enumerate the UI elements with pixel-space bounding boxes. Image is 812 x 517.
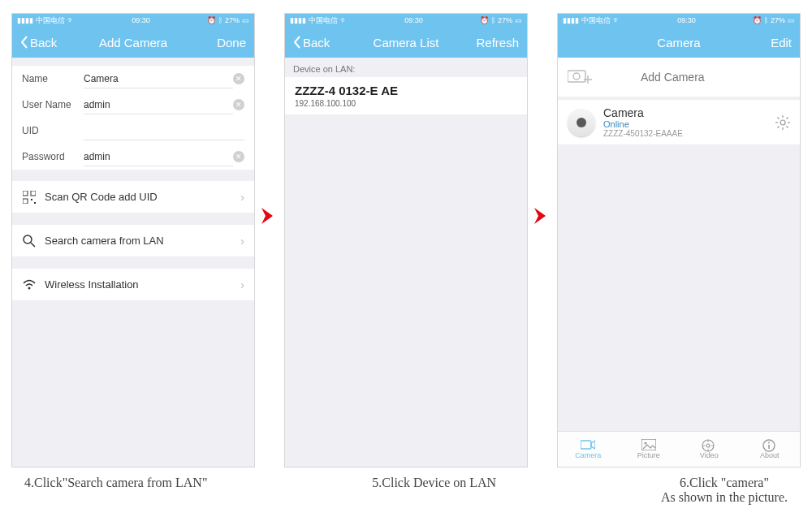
password-field: Password ✕ [12,144,254,170]
done-button[interactable]: Done [197,36,246,50]
battery-label: 27% [771,16,785,24]
clock: 09:30 [677,16,696,24]
clock: 09:30 [132,16,150,24]
picture-tab-icon [641,439,656,450]
username-label: User Name [22,99,84,110]
camera-name: Camera [603,106,683,119]
uid-label: UID [22,125,84,136]
carrier-label: 中国电信 [309,15,338,26]
screen-camera-home: ▮▮▮▮中国电信ᯤ 09:30 ⏰ᛒ27%▭ Camera Edit Add C… [557,13,801,467]
screen-add-camera: ▮▮▮▮中国电信ᯤ 09:30 ⏰ᛒ27%▭ Back Add Camera D… [11,13,255,467]
carrier-label: 中国电信 [36,15,65,26]
flow-arrow [534,206,551,226]
name-label: Name [22,73,84,84]
chevron-right-icon: › [240,191,244,204]
username-input[interactable] [84,96,233,114]
nav-bar: Camera Edit [558,27,800,58]
svg-point-9 [573,73,580,80]
signal-icon: ▮▮▮▮ [563,16,579,24]
about-tab-icon [762,439,777,450]
tab-bar: Camera Picture Video About [558,431,800,467]
back-label: Back [303,36,330,50]
status-bar: ▮▮▮▮中国电信ᯤ 09:30 ⏰ᛒ27%▭ [285,14,527,27]
battery-icon: ▭ [788,16,795,24]
wifi-icon: ᯤ [613,16,620,24]
svg-rect-1 [31,191,36,196]
alarm-icon: ⏰ [753,16,762,24]
username-field: User Name ✕ [12,92,254,118]
add-camera-icon [568,67,592,87]
gear-icon[interactable] [775,115,790,130]
refresh-button[interactable]: Refresh [470,36,519,50]
wifi-icon [22,278,37,292]
clear-icon[interactable]: ✕ [233,151,244,162]
captions: 4.Click"Search camera from LAN" 5.Click … [0,467,812,505]
password-input[interactable] [84,148,233,166]
tab-about[interactable]: About [740,432,801,467]
svg-rect-2 [23,199,28,204]
nav-bar: Back Add Camera Done [12,27,254,58]
scan-qr-label: Scan QR Code add UID [45,191,158,203]
camera-uid: ZZZZ-450132-EAAAE [603,129,683,138]
tab-camera[interactable]: Camera [558,432,619,467]
back-button[interactable]: Back [293,36,342,50]
bluetooth-icon: ᛒ [764,16,768,24]
svg-point-23 [644,442,646,445]
tab-picture[interactable]: Picture [619,432,680,467]
caption-3: 6.Click "camera" As shown in the picture… [661,476,788,505]
scan-qr-row[interactable]: Scan QR Code add UID › [12,181,254,213]
back-label: Back [30,36,57,50]
search-lan-label: Search camera from LAN [45,235,164,247]
svg-point-25 [706,444,710,447]
battery-icon: ▭ [242,16,249,24]
search-lan-row[interactable]: Search camera from LAN › [12,225,254,257]
camera-thumbnail-icon [568,109,595,136]
device-id: ZZZZ-4 0132-E AE [295,84,517,97]
device-ip: 192.168.100.100 [295,99,517,108]
refresh-label: Refresh [476,36,519,50]
svg-point-31 [768,442,770,444]
clear-icon[interactable]: ✕ [233,99,244,110]
tab-label: Camera [575,451,601,459]
signal-icon: ▮▮▮▮ [17,16,33,24]
video-tab-icon [702,439,716,450]
alarm-icon: ⏰ [207,16,216,24]
name-input[interactable] [84,70,233,88]
edit-label: Edit [771,36,792,50]
uid-input[interactable] [84,122,244,140]
add-camera-row[interactable]: Add Camera [558,58,800,97]
svg-rect-0 [23,191,28,196]
status-bar: ▮▮▮▮中国电信ᯤ 09:30 ⏰ᛒ27%▭ [558,14,800,27]
svg-rect-21 [581,441,591,449]
caption-1: 4.Click"Search camera from LAN" [24,476,207,505]
svg-line-19 [778,126,780,127]
device-row[interactable]: ZZZZ-4 0132-E AE 192.168.100.100 [285,77,527,114]
svg-rect-4 [34,202,36,204]
nav-bar: Back Camera List Refresh [285,27,527,58]
carrier-label: 中国电信 [581,15,611,26]
wireless-row[interactable]: Wireless Installation › [12,269,254,301]
uid-field: UID [12,118,254,144]
done-label: Done [217,36,246,50]
svg-line-17 [778,117,780,118]
svg-rect-8 [568,71,585,82]
camera-form: Name ✕ User Name ✕ UID Password ✕ [12,66,254,170]
svg-rect-3 [31,199,32,200]
battery-label: 27% [498,16,512,24]
edit-button[interactable]: Edit [743,36,792,50]
status-bar: ▮▮▮▮中国电信ᯤ 09:30 ⏰ᛒ27%▭ [12,14,254,27]
svg-point-5 [24,235,32,243]
battery-label: 27% [225,16,240,24]
section-header: Device on LAN: [285,58,527,77]
alarm-icon: ⏰ [480,16,489,24]
name-field: Name ✕ [12,66,254,92]
flow-arrow [261,206,278,226]
caption-2: 5.Click Device on LAN [372,476,496,505]
back-button[interactable]: Back [20,36,69,50]
clear-icon[interactable]: ✕ [233,73,244,84]
svg-line-18 [786,126,788,127]
svg-line-6 [31,243,35,247]
tab-video[interactable]: Video [679,432,740,467]
camera-row[interactable]: Camera Online ZZZZ-450132-EAAAE [558,100,800,144]
signal-icon: ▮▮▮▮ [290,16,306,24]
